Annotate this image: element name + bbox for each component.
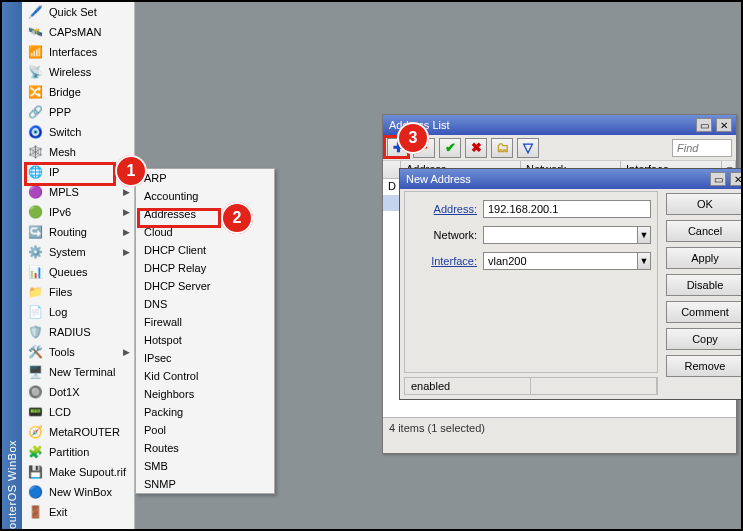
interface-input[interactable] [483,252,638,270]
sidebar-item-make-supout-rif[interactable]: 💾Make Supout.rif [22,462,134,482]
sidebar-item-exit[interactable]: 🚪Exit [22,502,134,522]
menu-icon: 🚪 [27,504,43,520]
submenu-item-kid-control[interactable]: Kid Control [136,367,274,385]
network-input[interactable] [483,226,638,244]
address-list-title: Address List [387,119,692,131]
sidebar-item-label: Log [49,306,134,318]
sidebar-item-bridge[interactable]: 🔀Bridge [22,82,134,102]
menu-icon: 🕸️ [27,144,43,160]
menu-icon: 🧿 [27,124,43,140]
sidebar-item-ppp[interactable]: 🔗PPP [22,102,134,122]
highlight-addresses [137,208,221,228]
sidebar-item-label: Tools [49,346,117,358]
sidebar-item-quick-set[interactable]: 🖊️Quick Set [22,2,134,22]
address-list-titlebar[interactable]: Address List ▭ ✕ [383,115,736,135]
menu-icon: 🛰️ [27,24,43,40]
sidebar-item-label: PPP [49,106,134,118]
minimize-icon[interactable]: ▭ [696,118,712,132]
sidebar-item-label: New WinBox [49,486,134,498]
sidebar-item-label: Dot1X [49,386,134,398]
submenu-item-neighbors[interactable]: Neighbors [136,385,274,403]
sidebar-item-new-terminal[interactable]: 🖥️New Terminal [22,362,134,382]
submenu-item-hotspot[interactable]: Hotspot [136,331,274,349]
sidebar-item-routing[interactable]: ↪️Routing▶ [22,222,134,242]
submenu-item-dhcp-relay[interactable]: DHCP Relay [136,259,274,277]
comment-button[interactable]: Comment [666,301,743,323]
submenu-item-dhcp-server[interactable]: DHCP Server [136,277,274,295]
app-vertical-title: outerOS WinBox [2,2,22,529]
sidebar-item-label: Bridge [49,86,134,98]
menu-icon: 🖊️ [27,4,43,20]
sidebar-item-log[interactable]: 📄Log [22,302,134,322]
sidebar-item-metarouter[interactable]: 🧭MetaROUTER [22,422,134,442]
submenu-item-smb[interactable]: SMB [136,457,274,475]
sidebar-item-partition[interactable]: 🧩Partition [22,442,134,462]
menu-icon: 🟢 [27,204,43,220]
sidebar-item-new-winbox[interactable]: 🔵New WinBox [22,482,134,502]
sidebar-item-label: LCD [49,406,134,418]
sidebar-item-label: Exit [49,506,134,518]
address-label[interactable]: Address: [411,203,477,215]
copy-button[interactable]: Copy [666,328,743,350]
sidebar-item-files[interactable]: 📁Files [22,282,134,302]
dialog-status-text: enabled [405,378,531,394]
new-address-form: Address: Network: ▼ Interface: ▼ [404,191,658,373]
sidebar-item-label: Quick Set [49,6,134,18]
sidebar-item-label: Files [49,286,134,298]
sidebar-item-tools[interactable]: 🛠️Tools▶ [22,342,134,362]
ok-button[interactable]: OK [666,193,743,215]
disable-button[interactable]: ✖ [465,138,487,158]
new-address-titlebar[interactable]: New Address ▭ ✕ [400,169,743,189]
submenu-item-pool[interactable]: Pool [136,421,274,439]
disable-button[interactable]: Disable [666,274,743,296]
menu-icon: 📟 [27,404,43,420]
menu-icon: 🛠️ [27,344,43,360]
submenu-item-routes[interactable]: Routes [136,439,274,457]
sidebar-item-wireless[interactable]: 📡Wireless [22,62,134,82]
sidebar-item-label: Interfaces [49,46,134,58]
sidebar-item-mesh[interactable]: 🕸️Mesh [22,142,134,162]
sidebar-item-capsman[interactable]: 🛰️CAPsMAN [22,22,134,42]
remove-button[interactable]: Remove [666,355,743,377]
chevron-right-icon: ▶ [123,247,134,257]
sidebar-item-system[interactable]: ⚙️System▶ [22,242,134,262]
find-input[interactable] [672,139,732,157]
menu-icon: 🧩 [27,444,43,460]
submenu-item-ipsec[interactable]: IPsec [136,349,274,367]
submenu-item-accounting[interactable]: Accounting [136,187,274,205]
sidebar-item-dot1x[interactable]: 🔘Dot1X [22,382,134,402]
cancel-button[interactable]: Cancel [666,220,743,242]
sidebar-item-radius[interactable]: 🛡️RADIUS [22,322,134,342]
sidebar-item-ipv6[interactable]: 🟢IPv6▶ [22,202,134,222]
sidebar-item-label: Wireless [49,66,134,78]
close-icon[interactable]: ✕ [730,172,743,186]
new-address-title: New Address [404,173,706,185]
filter-button[interactable]: ▽ [517,138,539,158]
submenu-item-firewall[interactable]: Firewall [136,313,274,331]
network-dropdown-icon[interactable]: ▼ [637,226,651,244]
sidebar-item-label: Routing [49,226,117,238]
sidebar-item-lcd[interactable]: 📟LCD [22,402,134,422]
interface-dropdown-icon[interactable]: ▼ [637,252,651,270]
sidebar-item-switch[interactable]: 🧿Switch [22,122,134,142]
main-sidebar: 🖊️Quick Set🛰️CAPsMAN📶Interfaces📡Wireless… [22,2,135,529]
sidebar-item-queues[interactable]: 📊Queues [22,262,134,282]
interface-label[interactable]: Interface: [411,255,477,267]
close-icon[interactable]: ✕ [716,118,732,132]
submenu-item-dhcp-client[interactable]: DHCP Client [136,241,274,259]
submenu-item-packing[interactable]: Packing [136,403,274,421]
sidebar-item-label: IPv6 [49,206,117,218]
apply-button[interactable]: Apply [666,247,743,269]
sidebar-item-label: New Terminal [49,366,134,378]
enable-button[interactable]: ✔ [439,138,461,158]
submenu-item-arp[interactable]: ARP [136,169,274,187]
sidebar-item-label: System [49,246,117,258]
submenu-item-dns[interactable]: DNS [136,295,274,313]
new-address-dialog: New Address ▭ ✕ Address: Network: ▼ Inte… [399,168,743,400]
address-input[interactable] [483,200,651,218]
minimize-icon[interactable]: ▭ [710,172,726,186]
sidebar-item-label: Queues [49,266,134,278]
comment-button[interactable]: 🗂 [491,138,513,158]
submenu-item-snmp[interactable]: SNMP [136,475,274,493]
sidebar-item-interfaces[interactable]: 📶Interfaces [22,42,134,62]
